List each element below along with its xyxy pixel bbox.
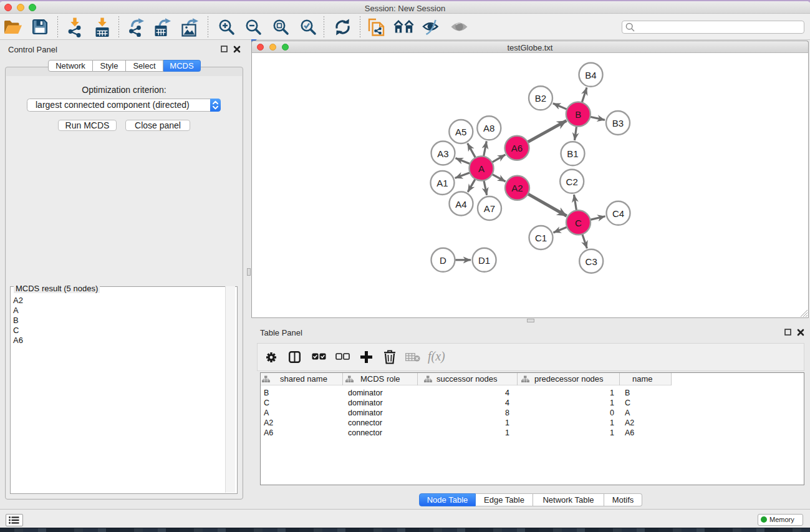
svg-text:C: C bbox=[575, 218, 582, 228]
svg-text:A2: A2 bbox=[511, 183, 523, 193]
svg-text:B3: B3 bbox=[612, 118, 624, 128]
svg-text:A3: A3 bbox=[437, 148, 448, 159]
svg-text:A: A bbox=[478, 163, 485, 174]
svg-text:C3: C3 bbox=[586, 256, 597, 267]
svg-text:D: D bbox=[440, 255, 446, 266]
svg-text:A6: A6 bbox=[511, 143, 523, 153]
svg-text:A5: A5 bbox=[455, 127, 466, 137]
svg-text:A4: A4 bbox=[455, 199, 466, 210]
svg-text:C2: C2 bbox=[566, 177, 578, 187]
svg-text:A1: A1 bbox=[436, 178, 448, 188]
svg-text:B1: B1 bbox=[567, 148, 578, 159]
svg-text:A7: A7 bbox=[484, 203, 495, 214]
svg-text:B4: B4 bbox=[585, 70, 596, 80]
svg-text:B: B bbox=[575, 109, 581, 120]
svg-text:A8: A8 bbox=[483, 123, 494, 133]
svg-text:C4: C4 bbox=[612, 208, 624, 219]
svg-text:D1: D1 bbox=[478, 255, 490, 266]
svg-text:B2: B2 bbox=[535, 93, 546, 104]
svg-text:C1: C1 bbox=[535, 233, 547, 243]
